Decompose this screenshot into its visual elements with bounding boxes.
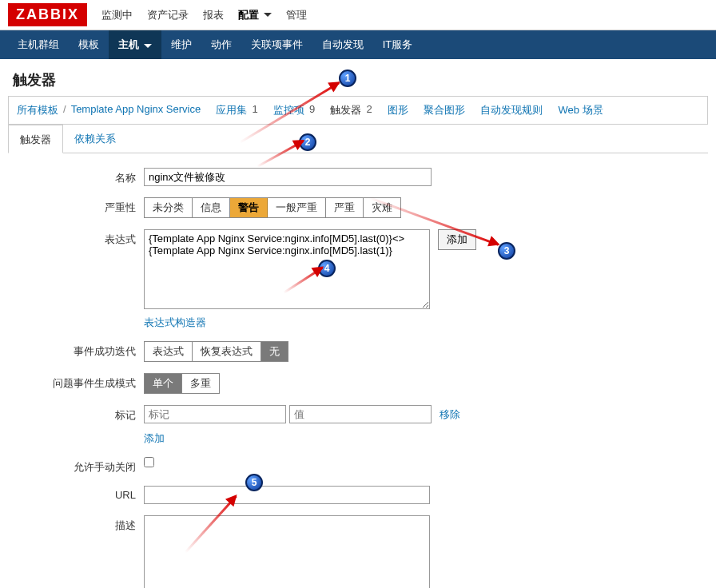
label-manual-close: 允许手动关闭 — [8, 457, 144, 475]
subnav-maintenance[interactable]: 维护 — [161, 30, 201, 59]
description-textarea[interactable] — [144, 515, 430, 588]
tag-remove-link[interactable]: 移除 — [440, 407, 460, 422]
name-input[interactable] — [144, 168, 432, 186]
subnav-label: 主机 — [118, 38, 139, 50]
severity-information[interactable]: 信息 — [193, 198, 230, 217]
tab-trigger[interactable]: 触发器 — [8, 125, 63, 153]
nav-item-configuration[interactable]: 配置 — [238, 8, 272, 22]
manual-close-checkbox[interactable] — [144, 457, 154, 467]
label-tags: 标记 — [8, 405, 144, 423]
form-tabs: 触发器 依赖关系 — [8, 125, 708, 153]
nav-item-monitoring[interactable]: 监测中 — [101, 8, 133, 22]
severity-warning[interactable]: 警告 — [230, 198, 268, 217]
page-title: 触发器 — [0, 59, 716, 96]
tag-name-input[interactable] — [144, 405, 286, 423]
severity-high[interactable]: 严重 — [326, 198, 364, 217]
event-ok-none[interactable]: 无 — [261, 342, 288, 361]
breadcrumb-template-name[interactable]: Template App Nginx Service — [71, 103, 201, 117]
severity-disaster[interactable]: 灾难 — [364, 198, 400, 217]
chevron-down-icon — [144, 44, 152, 48]
event-ok-recovery[interactable]: 恢复表达式 — [193, 342, 261, 361]
problem-mode-multiple[interactable]: 多重 — [182, 374, 219, 393]
subnav-discovery[interactable]: 自动发现 — [312, 30, 373, 59]
tag-add-link[interactable]: 添加 — [144, 432, 165, 444]
subnav-it-services[interactable]: IT服务 — [373, 30, 423, 59]
problem-mode-selector: 单个 多重 — [144, 373, 220, 394]
nav-item-inventory[interactable]: 资产记录 — [147, 8, 189, 22]
subnav-correlation[interactable]: 关联项事件 — [241, 30, 312, 59]
breadcrumb-triggercount: 2 — [366, 103, 372, 117]
subnav-hostgroups[interactable]: 主机群组 — [8, 30, 69, 59]
trigger-form: 名称 严重性 未分类 信息 警告 一般严重 严重 灾难 表达式 {Templat… — [0, 153, 716, 588]
label-name: 名称 — [8, 168, 144, 185]
nav-item-reports[interactable]: 报表 — [203, 8, 224, 22]
label-expression: 表达式 — [8, 229, 144, 247]
label-problem-mode: 问题事件生成模式 — [8, 373, 144, 391]
label-url: URL — [8, 486, 144, 501]
breadcrumb-web[interactable]: Web 场景 — [559, 103, 603, 117]
chevron-down-icon — [264, 13, 272, 17]
subnav-templates[interactable]: 模板 — [69, 30, 109, 59]
expression-textarea[interactable]: {Template App Nginx Service:nginx.info[M… — [144, 229, 430, 309]
breadcrumb-screens[interactable]: 聚合图形 — [424, 103, 465, 117]
problem-mode-single[interactable]: 单个 — [145, 374, 182, 393]
severity-average[interactable]: 一般严重 — [268, 198, 326, 217]
label-severity: 严重性 — [8, 197, 144, 215]
expression-add-button[interactable]: 添加 — [438, 229, 476, 250]
url-input[interactable] — [144, 486, 430, 504]
severity-selector: 未分类 信息 警告 一般严重 严重 灾难 — [144, 197, 401, 218]
breadcrumb-triggers: 触发器 — [330, 103, 361, 117]
event-ok-expression[interactable]: 表达式 — [145, 342, 193, 361]
expression-constructor-link[interactable]: 表达式构造器 — [144, 316, 206, 328]
breadcrumb-items[interactable]: 监控项 — [273, 103, 304, 117]
subnav: 主机群组 模板 主机 维护 动作 关联项事件 自动发现 IT服务 — [0, 30, 716, 59]
breadcrumb-appcount: 1 — [252, 103, 257, 117]
breadcrumb-applications[interactable]: 应用集 — [216, 103, 247, 117]
subnav-hosts[interactable]: 主机 — [109, 30, 161, 59]
breadcrumb-graphs[interactable]: 图形 — [388, 103, 408, 117]
label-desc: 描述 — [8, 515, 144, 533]
nav-item-label: 配置 — [238, 9, 259, 21]
label-event-ok: 事件成功迭代 — [8, 341, 144, 359]
breadcrumb-all-templates[interactable]: 所有模板 — [17, 103, 58, 117]
tag-value-input[interactable] — [289, 405, 432, 423]
nav-item-admin[interactable]: 管理 — [286, 8, 307, 22]
severity-not-classified[interactable]: 未分类 — [145, 198, 193, 217]
logo[interactable]: ZABBIX — [8, 3, 87, 26]
breadcrumb-discovery-rules[interactable]: 自动发现规则 — [480, 103, 543, 117]
subnav-actions[interactable]: 动作 — [201, 30, 241, 59]
event-ok-selector: 表达式 恢复表达式 无 — [144, 341, 288, 362]
breadcrumb: 所有模板 / Template App Nginx Service 应用集 1 … — [8, 96, 708, 125]
tab-dependencies[interactable]: 依赖关系 — [63, 125, 127, 153]
breadcrumb-itemcount: 9 — [309, 103, 315, 117]
topbar: ZABBIX 监测中 资产记录 报表 配置 管理 — [0, 0, 716, 30]
